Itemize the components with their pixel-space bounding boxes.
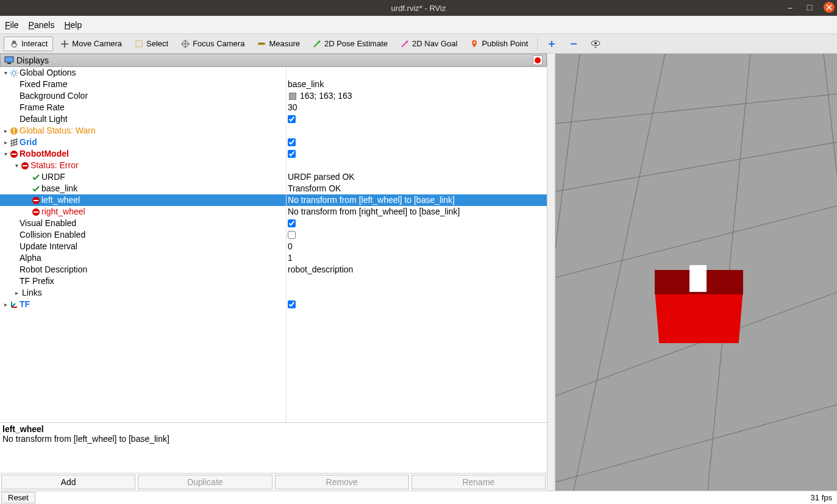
tf-label: TF: [20, 299, 30, 310]
tree-row-urdf[interactable]: URDF URDF parsed OK: [0, 171, 547, 183]
tree-row-tf[interactable]: ▸ TF: [0, 299, 547, 310]
displays-tree[interactable]: ▾ Global Options ▾Fixed Frame base_link …: [0, 67, 547, 422]
svg-rect-35: [289, 93, 296, 100]
tree-row-update-interval[interactable]: Update Interval 0: [0, 241, 547, 252]
measure-tool[interactable]: Measure: [251, 37, 305, 51]
tree-row-global-status[interactable]: ▸ Global Status: Warn: [0, 125, 547, 137]
alpha-val[interactable]: 1: [288, 252, 293, 264]
remove-button[interactable]: Remove: [275, 475, 409, 489]
tree-row-left-wheel[interactable]: left_wheel No transform from [left_wheel…: [0, 194, 547, 206]
tree-row-right-wheel[interactable]: right_wheel No transform from [right_whe…: [0, 206, 547, 218]
global-status-label: Global Status: Warn: [20, 125, 96, 137]
reset-button[interactable]: Reset: [1, 492, 35, 503]
hand-icon: [9, 39, 19, 49]
robot-description-val[interactable]: robot_description: [288, 264, 353, 275]
base-link-key: base_link: [41, 183, 77, 194]
right-wheel-key: right_wheel: [41, 206, 85, 218]
menu-file[interactable]: File: [5, 20, 19, 30]
visual-enabled-key: Visual Enabled: [20, 218, 76, 229]
frame-rate-key: Frame Rate: [20, 102, 65, 113]
plus-icon: [547, 39, 557, 49]
nav-goal-tool[interactable]: 2D Nav Goal: [394, 37, 463, 51]
interact-label: Interact: [21, 39, 48, 48]
move-camera-tool[interactable]: Move Camera: [54, 37, 127, 51]
publish-point-tool[interactable]: Publish Point: [464, 37, 533, 51]
tree-row-robotmodel[interactable]: ▾ RobotModel: [0, 148, 547, 160]
error-icon: [20, 161, 30, 170]
frame-rate-val[interactable]: 30: [288, 102, 297, 113]
robotmodel-checkbox[interactable]: [288, 150, 296, 158]
tf-prefix-key: TF Prefix: [20, 275, 54, 287]
color-swatch-icon: [288, 91, 297, 101]
window-titlebar: urdf.rviz* - RViz – □: [0, 0, 837, 16]
bg-color-key: Background Color: [20, 90, 88, 102]
collision-enabled-checkbox[interactable]: [288, 231, 296, 239]
vertical-splitter[interactable]: [547, 54, 555, 491]
view-controller-button[interactable]: [585, 37, 606, 51]
3d-viewport[interactable]: [555, 54, 837, 491]
measure-label: Measure: [269, 39, 300, 48]
ruler-icon: [257, 39, 266, 49]
minus-icon: [569, 39, 579, 49]
status-error-label: Status: Error: [30, 160, 79, 171]
global-options-label: Global Options: [20, 67, 76, 79]
default-light-checkbox[interactable]: [288, 115, 296, 123]
tree-row-bg-color[interactable]: ▾Background Color 163; 163; 163: [0, 90, 547, 102]
tree-row-default-light[interactable]: ▾Default Light: [0, 113, 547, 125]
remove-display-button[interactable]: [563, 37, 584, 51]
tree-row-links[interactable]: ▸Links: [0, 287, 547, 299]
svg-marker-22: [594, 47, 597, 48]
minimize-button[interactable]: –: [785, 2, 796, 13]
tf-checkbox[interactable]: [288, 300, 296, 308]
menu-help[interactable]: Help: [64, 20, 82, 30]
grid-checkbox[interactable]: [288, 138, 296, 146]
menu-panels[interactable]: Panels: [29, 20, 55, 30]
tree-row-alpha[interactable]: Alpha 1: [0, 252, 547, 264]
visual-enabled-checkbox[interactable]: [288, 219, 296, 227]
description-body: No transform from [left_wheel] to [base_…: [2, 434, 544, 444]
tree-row-fixed-frame[interactable]: ▾Fixed Frame base_link: [0, 79, 547, 90]
rename-button[interactable]: Rename: [411, 475, 546, 489]
svg-rect-24: [7, 63, 11, 64]
svg-rect-46: [34, 211, 38, 213]
select-tool[interactable]: Select: [129, 37, 174, 51]
robot-description-key: Robot Description: [20, 264, 87, 275]
robot-visual: [655, 270, 743, 343]
tree-row-visual-enabled[interactable]: Visual Enabled: [0, 218, 547, 229]
error-icon: [30, 196, 41, 205]
update-interval-val[interactable]: 0: [288, 241, 293, 252]
displays-panel-header[interactable]: Displays: [0, 54, 547, 67]
tree-row-frame-rate[interactable]: ▾Frame Rate 30: [0, 102, 547, 113]
fixed-frame-val[interactable]: base_link: [288, 79, 324, 90]
select-icon: [134, 39, 144, 49]
check-icon: [30, 173, 41, 182]
duplicate-button[interactable]: Duplicate: [138, 475, 272, 489]
fixed-frame-key: Fixed Frame: [20, 79, 68, 90]
bg-color-val[interactable]: 163; 163; 163: [300, 90, 352, 102]
error-icon: [30, 208, 41, 216]
left-wheel-key: left_wheel: [41, 194, 80, 206]
tree-row-grid[interactable]: ▸ Grid: [0, 137, 547, 148]
maximize-button[interactable]: □: [804, 2, 815, 13]
tree-row-status-error[interactable]: ▾ Status: Error: [0, 160, 547, 171]
svg-line-54: [555, 395, 837, 491]
close-button[interactable]: [824, 2, 835, 13]
tree-row-collision-enabled[interactable]: Collision Enabled: [0, 229, 547, 241]
description-title: left_wheel: [2, 424, 544, 434]
panel-close-button[interactable]: [533, 55, 543, 65]
svg-line-31: [11, 70, 12, 71]
svg-rect-38: [13, 132, 15, 133]
grid-icon: [9, 138, 20, 147]
tree-row-robot-description[interactable]: Robot Description robot_description: [0, 264, 547, 275]
focus-camera-label: Focus Camera: [193, 39, 244, 48]
focus-camera-tool[interactable]: Focus Camera: [175, 37, 250, 51]
pose-estimate-tool[interactable]: 2D Pose Estimate: [307, 37, 393, 51]
svg-line-33: [16, 70, 17, 71]
collision-enabled-key: Collision Enabled: [20, 229, 85, 241]
tree-row-global-options[interactable]: ▾ Global Options: [0, 67, 547, 79]
tree-row-base-link[interactable]: base_link Transform OK: [0, 183, 547, 194]
add-button[interactable]: Add: [1, 475, 135, 489]
interact-tool[interactable]: Interact: [4, 37, 53, 51]
tree-row-tf-prefix[interactable]: TF Prefix: [0, 275, 547, 287]
add-display-button[interactable]: [541, 37, 562, 51]
